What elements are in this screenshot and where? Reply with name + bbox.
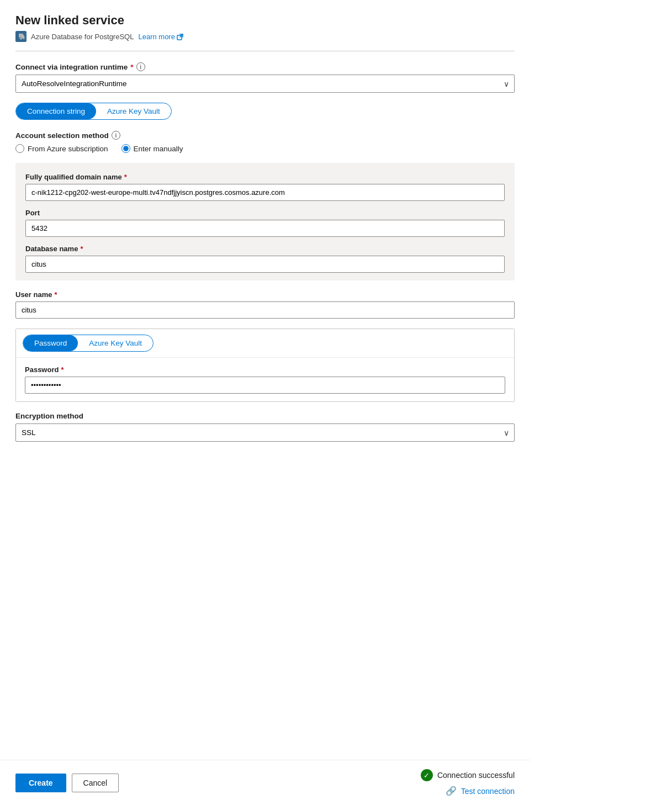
account-selection-section: Account selection method i From Azure su…: [15, 131, 515, 153]
password-required: *: [61, 366, 64, 374]
service-subtitle: Azure Database for PostgreSQL: [31, 33, 134, 41]
domain-label: Fully qualified domain name *: [25, 173, 505, 181]
tab-connection-string[interactable]: Connection string: [16, 103, 96, 119]
database-required: *: [80, 245, 83, 253]
password-tab-group: Password Azure Key Vault: [23, 335, 154, 352]
create-button[interactable]: Create: [15, 774, 66, 792]
connection-tab-group: Connection string Azure Key Vault: [15, 103, 172, 120]
success-check-icon: ✓: [421, 769, 433, 781]
password-label: Password *: [25, 366, 505, 374]
runtime-section: Connect via integration runtime * i Auto…: [15, 62, 515, 93]
radio-enter-manually[interactable]: Enter manually: [121, 144, 183, 153]
runtime-info-icon[interactable]: i: [136, 62, 145, 71]
port-field-group: Port: [25, 209, 505, 237]
radio-from-azure[interactable]: From Azure subscription: [15, 144, 108, 153]
domain-required: *: [124, 173, 127, 181]
radio-manual-input[interactable]: [121, 144, 130, 153]
username-required: *: [54, 290, 57, 299]
database-field-group: Database name *: [25, 245, 505, 273]
encryption-select[interactable]: SSL: [15, 423, 515, 442]
external-link-icon: [177, 33, 184, 40]
footer-right: ✓ Connection successful 🔗 Test connectio…: [421, 769, 515, 796]
radio-azure-input[interactable]: [15, 144, 24, 153]
runtime-select-wrapper: AutoResolveIntegrationRuntime: [15, 75, 515, 93]
account-selection-info-icon[interactable]: i: [112, 131, 120, 140]
database-label: Database name *: [25, 245, 505, 253]
tab-password[interactable]: Password: [23, 335, 78, 351]
footer: Create Cancel ✓ Connection successful 🔗 …: [0, 760, 530, 805]
encryption-field-group: Encryption method SSL: [15, 412, 515, 442]
runtime-required: *: [130, 63, 133, 71]
test-connection-label: Test connection: [461, 787, 515, 796]
resize-divider: [15, 51, 515, 51]
encryption-label: Encryption method: [15, 412, 515, 420]
postgres-icon: 🐘: [15, 31, 27, 42]
footer-left: Create Cancel: [15, 774, 119, 792]
password-section: Password Azure Key Vault Password *: [15, 329, 515, 402]
password-tab-header: Password Azure Key Vault: [16, 329, 514, 358]
connection-success-label: Connection successful: [437, 771, 515, 780]
domain-field-group: Fully qualified domain name *: [25, 173, 505, 201]
test-connection-button[interactable]: 🔗 Test connection: [446, 786, 515, 796]
domain-input[interactable]: [25, 184, 505, 201]
runtime-select[interactable]: AutoResolveIntegrationRuntime: [15, 75, 515, 93]
port-input[interactable]: [25, 220, 505, 237]
runtime-label: Connect via integration runtime * i: [15, 62, 515, 71]
username-field-group: User name *: [15, 290, 515, 319]
test-connection-icon: 🔗: [446, 786, 457, 796]
radio-manual-label: Enter manually: [134, 145, 183, 153]
connection-success-status: ✓ Connection successful: [421, 769, 515, 781]
username-input[interactable]: [15, 301, 515, 319]
svg-text:🐘: 🐘: [18, 33, 27, 40]
password-input[interactable]: [25, 377, 505, 394]
database-input[interactable]: [25, 256, 505, 273]
cancel-button[interactable]: Cancel: [72, 774, 119, 792]
port-label: Port: [25, 209, 505, 217]
panel-title: New linked service: [15, 13, 515, 28]
radio-azure-label: From Azure subscription: [28, 145, 108, 153]
account-selection-radio-group: From Azure subscription Enter manually: [15, 144, 515, 153]
password-inner: Password *: [16, 358, 514, 401]
manual-entry-box: Fully qualified domain name * Port Datab…: [15, 163, 515, 280]
encryption-select-wrapper: SSL: [15, 423, 515, 442]
learn-more-link[interactable]: Learn more: [138, 33, 184, 41]
tab-password-key-vault[interactable]: Azure Key Vault: [78, 335, 153, 351]
username-label: User name *: [15, 290, 515, 299]
account-selection-label: Account selection method i: [15, 131, 515, 140]
tab-azure-key-vault[interactable]: Azure Key Vault: [96, 103, 171, 119]
